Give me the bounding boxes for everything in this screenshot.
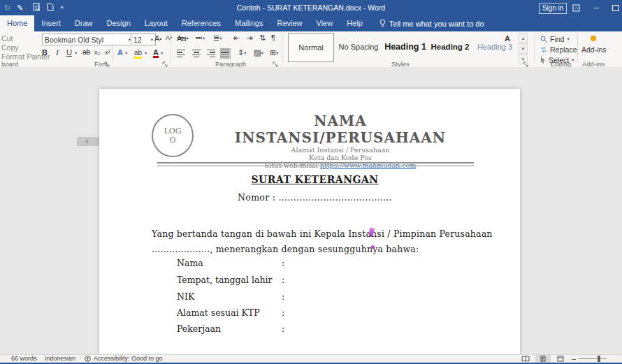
text-effects-button[interactable]: A (117, 48, 123, 57)
styles-scroll-down-icon[interactable]: ▾ (519, 43, 528, 54)
company-name: NAMA INSTANSI/PERUSAHAAN (211, 112, 470, 146)
quick-access-toolbar: ↻ ✎▾ ▾ (4, 0, 63, 15)
zoom-out-button[interactable]: – (572, 355, 576, 363)
sort-button[interactable]: ⇅ (259, 34, 266, 43)
decrease-indent-button[interactable]: ⇤ (233, 34, 240, 43)
add-ins-button[interactable]: Add-ins (581, 45, 607, 54)
find-button[interactable]: Find▾ (540, 35, 570, 43)
replace-icon (540, 46, 547, 53)
bullets-button[interactable]: ≔▾ (177, 34, 187, 43)
bold-button[interactable]: B (42, 48, 48, 57)
read-mode-button[interactable] (518, 355, 533, 363)
tab-insert[interactable]: Insert (34, 15, 68, 31)
font-name-combobox[interactable]: Bookman Old Styl▾ (42, 34, 133, 45)
font-color-dropdown[interactable]: ▾ (161, 50, 163, 56)
shrink-font-button[interactable]: A▾ (166, 34, 172, 41)
search-icon (540, 36, 547, 43)
highlight-color-button[interactable]: ab (134, 50, 142, 59)
tell-me-label: Tell me what you want to do (389, 20, 484, 28)
customize-qat-icon[interactable]: ▾ (61, 5, 64, 10)
web-layout-icon (557, 356, 564, 362)
letterhead[interactable]: NAMA INSTANSI/PERUSAHAAN Alamat Instansi… (211, 112, 470, 169)
line-spacing-button[interactable]: ⇕▾ (238, 48, 246, 57)
tab-view[interactable]: View (310, 15, 340, 31)
tab-layout[interactable]: Layout (138, 15, 175, 31)
tab-design[interactable]: Design (100, 15, 138, 31)
tab-help[interactable]: Help (340, 15, 370, 31)
borders-button[interactable]: ⊞▾ (270, 48, 278, 57)
accessibility-icon (85, 356, 91, 362)
align-right-button[interactable] (206, 49, 215, 58)
document-title[interactable]: SURAT KETERANGAN (156, 174, 474, 185)
ribbon: Cut Copy Format Painter board Bookman Ol… (0, 31, 622, 68)
italic-button[interactable]: I (56, 48, 59, 57)
word-count[interactable]: 66 words (11, 355, 37, 363)
strikethrough-button[interactable]: ab (82, 48, 90, 56)
body-paragraph-line1[interactable]: Yang bertanda tangan di bawah ini Kepala… (152, 228, 493, 239)
read-mode-icon (521, 356, 530, 362)
zoom-slider-track[interactable] (579, 358, 607, 359)
style-heading1[interactable]: Heading 1 (384, 33, 426, 61)
cursor-arrow-icon (540, 57, 546, 64)
multilevel-list-button[interactable]: ≣▾ (213, 34, 222, 43)
chevron-down-icon: ▾ (151, 37, 153, 43)
pen-tool-icon[interactable]: ✎▾ (17, 3, 27, 13)
text-effects-dropdown[interactable]: ▾ (125, 50, 127, 56)
numbering-button[interactable]: ≕▾ (195, 34, 205, 43)
ink-dot-icon (371, 245, 375, 249)
underline-dropdown[interactable]: ▾ (75, 50, 77, 56)
justify-icon (221, 49, 230, 58)
style-heading2[interactable]: Heading 2 (429, 33, 471, 61)
maximize-button[interactable] (607, 0, 622, 15)
grow-font-button[interactable]: A▴ (154, 34, 162, 43)
zoom-slider-handle[interactable] (598, 356, 600, 362)
language-status[interactable]: Indonesian (45, 355, 75, 363)
cut-button[interactable]: Cut (1, 34, 13, 43)
nomor-line[interactable]: Nomor : ................................… (156, 192, 474, 203)
minimize-button[interactable]: – (588, 0, 605, 15)
print-preview-icon[interactable] (33, 3, 41, 13)
styles-scroll-up-icon[interactable]: ▴ (519, 33, 528, 43)
new-document-icon[interactable] (47, 3, 54, 13)
increase-indent-button[interactable]: ⇥ (246, 34, 252, 43)
highlight-dropdown[interactable]: ▾ (145, 50, 147, 56)
font-size-combobox[interactable]: 12▾ (131, 34, 156, 45)
title-bar: ↻ ✎▾ ▾ Contoh - SURAT KETERANGAN.docx - … (0, 0, 622, 15)
sign-in-button[interactable]: Sign in (539, 3, 567, 14)
print-layout-button[interactable] (535, 355, 551, 363)
align-center-icon (191, 49, 201, 58)
superscript-button[interactable]: x² (105, 49, 110, 56)
style-normal[interactable]: Normal (288, 33, 334, 62)
word-window: ↻ ✎▾ ▾ Contoh - SURAT KETERANGAN.docx - … (0, 0, 622, 364)
show-hide-pilcrow-button[interactable]: ¶ (271, 34, 275, 42)
align-left-button[interactable] (177, 49, 186, 58)
copy-button[interactable]: Copy (1, 43, 19, 52)
underline-button[interactable]: U (66, 48, 72, 57)
justify-button[interactable] (221, 49, 230, 58)
company-address: Alamat Instansi / Perusahaan (211, 146, 470, 154)
shading-button[interactable]: ▨▾ (254, 48, 263, 57)
tab-draw[interactable]: Draw (68, 15, 100, 31)
tell-me-box[interactable]: Tell me what you want to do (379, 15, 484, 31)
logo-circle[interactable]: LOG O (152, 114, 194, 157)
accessibility-status[interactable]: Accessibility: Good to go (94, 355, 163, 363)
replace-button[interactable]: Replace (540, 45, 577, 54)
letterhead-divider (157, 162, 474, 166)
style-heading3[interactable]: Heading 3 (474, 33, 516, 61)
chevron-down-icon: ▾ (24, 6, 27, 11)
web-layout-button[interactable] (553, 355, 568, 363)
body-paragraph-line2[interactable]: ...................., menerangkan dengan… (152, 244, 419, 254)
tab-references[interactable]: References (175, 15, 228, 31)
tab-review[interactable]: Review (270, 15, 309, 31)
style-no-spacing[interactable]: No Spacing (336, 33, 381, 61)
align-center-button[interactable] (191, 49, 201, 58)
autosave-icon[interactable]: ↻ (4, 3, 10, 13)
tab-mailings[interactable]: Mailings (228, 15, 270, 31)
align-right-icon (206, 49, 215, 58)
document-page[interactable]: LOG O NAMA INSTANSI/PERUSAHAAN Alamat In… (99, 89, 520, 354)
print-layout-icon (540, 356, 546, 362)
ribbon-display-options-button[interactable] (567, 0, 584, 15)
tab-home[interactable]: Home (0, 15, 34, 31)
font-color-button[interactable]: A (153, 49, 159, 58)
subscript-button[interactable]: x₂ (94, 49, 100, 56)
